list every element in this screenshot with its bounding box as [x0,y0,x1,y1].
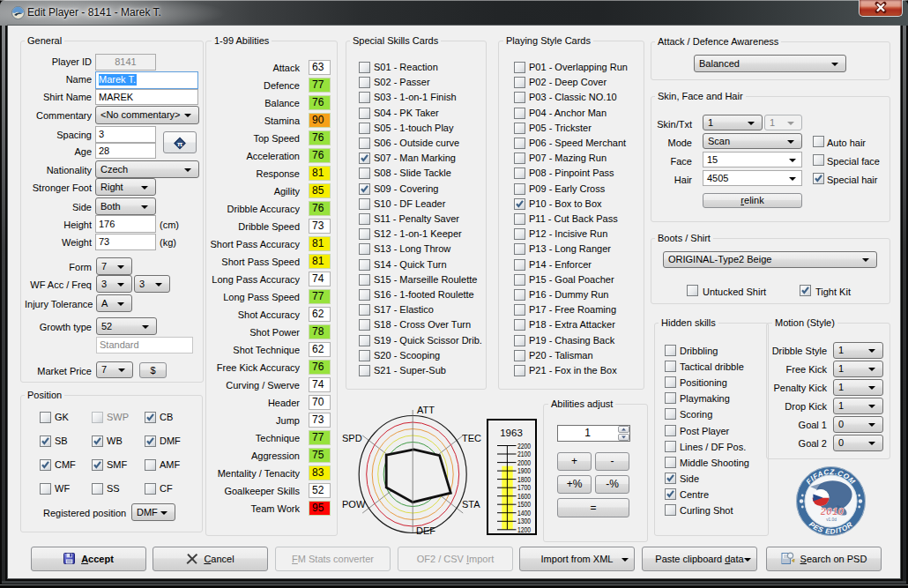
svg-text:π: π [177,140,182,148]
svg-text:1963: 1963 [500,428,523,438]
svg-text:1900: 1900 [517,466,531,475]
svg-text:1600: 1600 [517,492,531,501]
svg-text:1500: 1500 [517,500,531,509]
svg-text:1400: 1400 [517,509,531,517]
svg-text:2100: 2100 [517,450,531,458]
svg-text:1700: 1700 [517,483,531,492]
svg-text:1800: 1800 [517,475,531,484]
svg-text:1300: 1300 [517,517,531,525]
svg-text:2000: 2000 [517,458,531,467]
svg-text:1200: 1200 [517,525,531,534]
svg-text:2010: 2010 [820,506,845,517]
svg-text:2200: 2200 [517,442,531,450]
svg-text:v1.0d: v1.0d [826,517,837,522]
